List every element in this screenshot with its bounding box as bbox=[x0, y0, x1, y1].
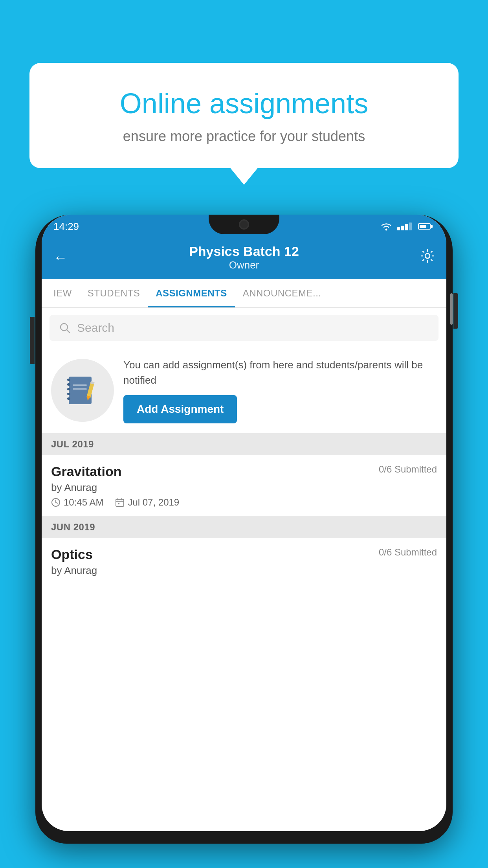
tab-announcements[interactable]: ANNOUNCEME... bbox=[235, 279, 329, 307]
tab-iew[interactable]: IEW bbox=[46, 279, 80, 307]
wifi-icon bbox=[380, 222, 393, 231]
assignment-item-gravitation[interactable]: Gravitation 0/6 Submitted by Anurag 10:4… bbox=[42, 455, 446, 516]
speech-bubble: Online assignments ensure more practice … bbox=[29, 63, 459, 168]
tab-students[interactable]: STUDENTS bbox=[80, 279, 148, 307]
app-header: ← Physics Batch 12 Owner bbox=[42, 238, 446, 279]
search-input[interactable]: Search bbox=[77, 321, 114, 335]
header-subtitle: Owner bbox=[189, 259, 299, 271]
assignment-submitted-optics: 0/6 Submitted bbox=[379, 547, 437, 558]
assignment-by: by Anurag bbox=[51, 482, 437, 494]
assignment-item-optics[interactable]: Optics 0/6 Submitted by Anurag bbox=[42, 538, 446, 588]
back-button[interactable]: ← bbox=[53, 249, 68, 266]
svg-rect-4 bbox=[67, 383, 70, 386]
promo-icon-circle bbox=[51, 359, 114, 422]
svg-rect-15 bbox=[118, 503, 119, 504]
calendar-icon bbox=[115, 498, 125, 507]
phone-screen: 14:29 bbox=[42, 215, 446, 831]
assignment-date-value: Jul 07, 2019 bbox=[128, 497, 179, 508]
assignment-row-top: Gravitation 0/6 Submitted bbox=[51, 464, 437, 479]
svg-rect-3 bbox=[67, 379, 70, 381]
status-time: 14:29 bbox=[53, 221, 79, 233]
assignment-name-optics: Optics bbox=[51, 547, 93, 562]
notebook-icon bbox=[65, 373, 100, 408]
section-header-jun: JUN 2019 bbox=[42, 516, 446, 538]
header-title-group: Physics Batch 12 Owner bbox=[189, 244, 299, 271]
phone-notch bbox=[209, 215, 279, 234]
phone-outer: 14:29 bbox=[35, 215, 453, 844]
svg-rect-5 bbox=[67, 388, 70, 390]
phone-wrapper: 14:29 bbox=[35, 208, 453, 868]
assignment-row-top-optics: Optics 0/6 Submitted bbox=[51, 547, 437, 562]
assignment-name: Gravitation bbox=[51, 464, 121, 479]
assignment-submitted: 0/6 Submitted bbox=[379, 464, 437, 475]
tab-assignments[interactable]: ASSIGNMENTS bbox=[148, 279, 235, 307]
settings-button[interactable] bbox=[420, 249, 435, 266]
search-bar[interactable]: Search bbox=[50, 315, 438, 341]
speech-bubble-container: Online assignments ensure more practice … bbox=[29, 63, 459, 168]
promo-description: You can add assignment(s) from here and … bbox=[123, 357, 437, 388]
phone-camera bbox=[239, 219, 249, 230]
status-icons bbox=[380, 222, 431, 231]
signal-icon bbox=[397, 223, 412, 230]
promo-content: You can add assignment(s) from here and … bbox=[123, 357, 437, 423]
svg-rect-6 bbox=[67, 393, 70, 395]
speech-bubble-subtitle: ensure more practice for your students bbox=[57, 128, 431, 145]
add-assignment-button[interactable]: Add Assignment bbox=[123, 395, 237, 423]
svg-rect-8 bbox=[73, 384, 87, 386]
promo-section: You can add assignment(s) from here and … bbox=[42, 348, 446, 433]
svg-rect-7 bbox=[67, 397, 70, 400]
search-icon bbox=[59, 322, 71, 334]
svg-point-0 bbox=[385, 229, 387, 231]
assignment-date: Jul 07, 2019 bbox=[115, 497, 179, 508]
section-header-jul: JUL 2019 bbox=[42, 433, 446, 455]
battery-icon bbox=[418, 223, 431, 230]
tabs-bar: IEW STUDENTS ASSIGNMENTS ANNOUNCEME... bbox=[42, 279, 446, 308]
assignment-meta: 10:45 AM Jul 07, 2019 bbox=[51, 497, 437, 508]
header-title: Physics Batch 12 bbox=[189, 244, 299, 259]
assignment-time-value: 10:45 AM bbox=[64, 497, 103, 508]
speech-bubble-title: Online assignments bbox=[57, 86, 431, 120]
search-container: Search bbox=[42, 308, 446, 348]
gear-icon bbox=[420, 249, 435, 263]
svg-rect-9 bbox=[73, 388, 87, 390]
scroll-indicator bbox=[450, 293, 453, 325]
assignment-time: 10:45 AM bbox=[51, 497, 103, 508]
assignment-by-optics: by Anurag bbox=[51, 565, 437, 577]
svg-rect-2 bbox=[69, 377, 92, 404]
svg-rect-14 bbox=[116, 499, 124, 506]
clock-icon bbox=[51, 498, 61, 507]
